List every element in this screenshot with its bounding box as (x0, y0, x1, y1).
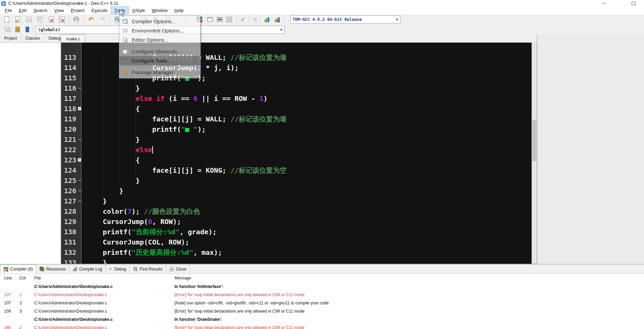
menu-item-edit[interactable]: Edit (15, 6, 30, 14)
compiler-message-row[interactable]: 1093C:\Users\Administrator\Desktop\snake… (0, 307, 644, 316)
fold-collapse-icon[interactable]: − (77, 155, 82, 165)
line-number[interactable]: 118 (61, 104, 77, 114)
compiler-message-row[interactable]: 1072C:\Users\Administrator\Desktop\snake… (0, 299, 644, 307)
line-number[interactable]: 117 (61, 93, 77, 104)
line-number[interactable]: 119 (61, 114, 77, 124)
redo-button[interactable]: ↷ (99, 15, 107, 24)
code-line[interactable]: 128 color(7); //颜色设置为白色 (61, 206, 531, 216)
report-tab-compiler-8[interactable]: Compiler (8) (0, 264, 36, 274)
syntax-check-button[interactable]: ✓ (239, 15, 247, 24)
code-line[interactable]: 132 printf("历史最高得分:%d", max); (61, 247, 531, 258)
report-tab-find-results[interactable]: Find Results (130, 264, 166, 274)
compiler-message-row[interactable]: 2652C:\Users\Administrator\Desktop\snake… (0, 324, 644, 329)
undo-button[interactable]: ↶ (87, 15, 95, 24)
line-number[interactable]: 128 (61, 206, 77, 216)
sidebar-tab-project[interactable]: Project (0, 34, 21, 42)
line-number[interactable]: 115 (61, 73, 77, 83)
cell-line: 107 (4, 292, 11, 297)
rebuild-all-button[interactable] (225, 15, 233, 24)
code-line[interactable]: 125 } (61, 175, 531, 186)
delete-profiling-button[interactable]: ✕ (273, 15, 281, 24)
compiler-message-row[interactable]: C:\Users\Administrator\Desktop\snake.cIn… (0, 316, 644, 324)
code-line[interactable]: 127 } (61, 196, 531, 206)
print-button[interactable] (72, 15, 80, 24)
code-line[interactable]: 120 printf("■ "); (61, 124, 531, 134)
line-number[interactable]: 131 (61, 237, 77, 247)
close-all-button[interactable]: ✕ (58, 15, 66, 24)
abort-button[interactable]: ✕ (251, 15, 259, 24)
line-number[interactable]: 122 (61, 145, 77, 155)
chevron-down-icon (396, 19, 398, 21)
code-line[interactable]: 116 } (61, 83, 531, 93)
save-button[interactable] (25, 15, 33, 24)
compiler-select[interactable]: TDM-GCC 4.9.2 64-bit Release (290, 15, 400, 24)
fold-margin (77, 175, 82, 186)
line-number[interactable]: 116 (61, 83, 77, 93)
line-number[interactable]: 121 (61, 134, 77, 145)
menu-item-view[interactable]: View (51, 6, 67, 14)
menu-item-file[interactable]: File (1, 6, 15, 14)
menu-item-help[interactable]: Help (171, 6, 187, 14)
menu-item-execute[interactable]: Execute (88, 6, 111, 14)
line-number[interactable]: 130 (61, 227, 77, 237)
report-tab-debug[interactable]: ✓Debug (106, 264, 130, 274)
line-number[interactable]: 133 (61, 258, 77, 264)
line-number[interactable]: 127 (61, 196, 77, 206)
code-line[interactable]: 123− { (61, 155, 531, 165)
compiler-message-row[interactable]: 1072C:\Users\Administrator\Desktop\snake… (0, 291, 644, 299)
save-all-button[interactable] (36, 15, 44, 24)
line-number[interactable]: 124 (61, 165, 77, 175)
code-line[interactable]: 118− { (61, 104, 531, 114)
line-number[interactable]: 126 (61, 186, 77, 196)
profile-button[interactable] (263, 15, 271, 24)
close-file-button[interactable]: ✕ (47, 15, 55, 24)
fold-margin (77, 114, 82, 124)
open-file-button[interactable] (14, 15, 22, 24)
code-line[interactable]: 117 else if (i == 0 || i == ROW - 1) (61, 93, 531, 104)
remove-file-button[interactable] (23, 25, 31, 34)
menu-item-window[interactable]: Window (149, 6, 171, 14)
tools-menu-item-configure-tools[interactable]: Configure Tools... (119, 56, 200, 65)
project-panel[interactable] (0, 42, 61, 264)
line-number[interactable]: 120 (61, 124, 77, 134)
run-button[interactable] (206, 15, 214, 24)
window-cascade-button[interactable] (3, 25, 12, 34)
sidebar-tab-classes[interactable]: Classes (21, 34, 44, 42)
menu-item-search[interactable]: Search (30, 6, 51, 14)
menu-item-astyle[interactable]: AStyle (129, 6, 149, 14)
line-number[interactable]: 125 (61, 175, 77, 186)
new-file-button[interactable] (3, 15, 11, 24)
code-line[interactable]: 122 else (61, 145, 531, 155)
report-tab-close[interactable]: ✕Close (166, 264, 190, 274)
code-line[interactable]: 131 CursorJump(COL, ROW); (61, 237, 531, 247)
code-line[interactable]: 121 } (61, 134, 531, 145)
minimize-button[interactable] (598, 0, 610, 6)
compiler-message-row[interactable]: C:\Users\Administrator\Desktop\snake.cIn… (0, 283, 644, 291)
tools-menu-item-configure-shortcuts[interactable]: Configure Shortcuts... (119, 47, 200, 56)
code-line[interactable]: 130 printf("当前得分:%d", grade); (61, 227, 531, 237)
add-file-button[interactable]: + (14, 25, 22, 34)
editor-scrollbar[interactable] (532, 42, 537, 264)
code-line[interactable]: 126 } (61, 186, 531, 196)
tools-menu-item-compiler-options[interactable]: Compiler Options... (119, 17, 200, 26)
report-tab-resources[interactable]: Resources (36, 264, 69, 274)
compile-run-button[interactable] (216, 15, 224, 24)
code-line[interactable]: 133 } (61, 258, 531, 264)
tools-menu-item-package-manager[interactable]: Package Manager (119, 68, 200, 77)
editor-tab-snake-c[interactable]: snake.c (61, 35, 85, 43)
line-number[interactable]: 129 (61, 216, 77, 227)
report-tab-compile-log[interactable]: Compile Log (69, 264, 105, 274)
tools-menu-item-editor-options[interactable]: Editor Options... (119, 35, 200, 44)
scrollbar-thumb[interactable] (532, 120, 536, 161)
code-line[interactable]: 119 face[i][j] = WALL; //标记该位置为墙 (61, 114, 531, 124)
code-line[interactable]: 129 CursorJump(0, ROW); (61, 216, 531, 227)
fold-collapse-icon[interactable]: − (77, 104, 82, 114)
line-number[interactable]: 123 (61, 155, 77, 165)
code-line[interactable]: 124 face[i][j] = KONG; //标记该位置为空 (61, 165, 531, 175)
tools-menu-item-environment-options[interactable]: Environment Options... (119, 26, 200, 35)
line-number[interactable]: 114 (61, 63, 77, 73)
line-number[interactable]: 113 (61, 52, 77, 63)
line-number[interactable]: 132 (61, 247, 77, 258)
maximize-button[interactable] (628, 0, 639, 6)
menu-item-project[interactable]: Project (67, 6, 88, 14)
